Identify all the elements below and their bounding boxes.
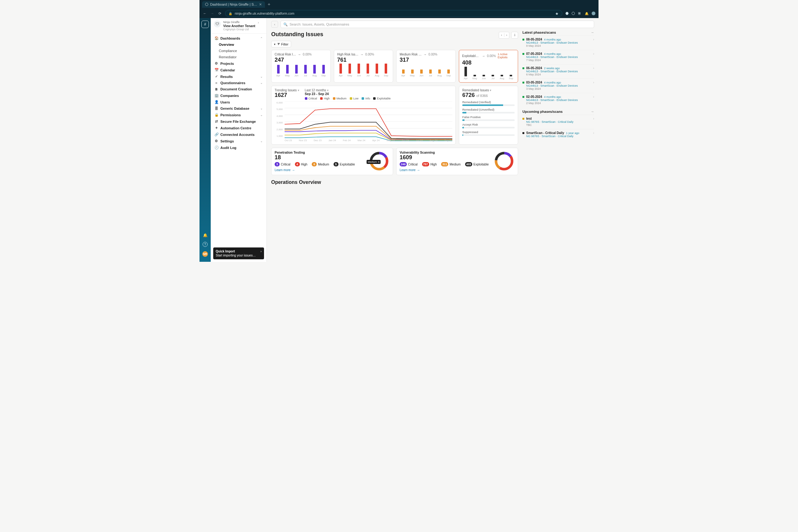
risk-card[interactable]: High Risk Iss… → 0.00% 761 AprMayJunJulA… bbox=[334, 50, 393, 82]
sidebar-item[interactable]: ⇄Secure File Exchange bbox=[211, 118, 267, 125]
vulnscan-value: 1609 bbox=[400, 154, 490, 161]
chevron-right-icon: › bbox=[261, 249, 262, 253]
export-button[interactable]: ⇩ bbox=[511, 32, 518, 39]
phase-ago: 4 months ago bbox=[544, 52, 561, 56]
close-tab-icon[interactable]: ✕ bbox=[259, 2, 262, 6]
sidebar-subitem[interactable]: Remediator bbox=[211, 54, 267, 60]
risk-card[interactable]: Medium Risk … → 0.00% 317 AprMayJunJulAu… bbox=[396, 50, 456, 82]
nav-icon: 👤 bbox=[214, 100, 218, 104]
profile-avatar-icon[interactable] bbox=[592, 12, 595, 15]
sidebar-item[interactable]: ✓Results⌄ bbox=[211, 73, 267, 80]
chevron-down-icon: ⌄ bbox=[260, 113, 263, 117]
nav-reload-icon[interactable]: ⟳ bbox=[217, 12, 222, 16]
phase-item[interactable]: test › NG 9876S · SmartScan · Critical D… bbox=[522, 115, 594, 129]
nav-forward-icon[interactable]: → bbox=[210, 12, 214, 15]
chevron-right-icon[interactable]: › bbox=[593, 52, 594, 56]
vulnerability-scanning-card: Vulnerability Scanning 1609 249Critical7… bbox=[396, 148, 518, 175]
risk-cards-row: Critical Risk I… → 0.00% 247 AprMayJunJu… bbox=[271, 50, 518, 82]
sidebar-item[interactable]: 🕘Audit Log bbox=[211, 144, 267, 151]
status-dot-icon bbox=[522, 96, 524, 98]
arrow-right-icon[interactable]: → bbox=[591, 110, 594, 113]
rail-help-icon[interactable]: ? bbox=[203, 242, 208, 247]
chevron-right-icon[interactable]: › bbox=[593, 117, 594, 120]
sidebar-item[interactable]: 🗎Document Creation bbox=[211, 86, 267, 92]
tenant-switcher[interactable]: 🛡 Ninja Giraffe View Another Tenant Cogn… bbox=[211, 18, 267, 34]
chevron-right-icon[interactable]: › bbox=[593, 131, 594, 135]
learn-more-link[interactable]: Learn more → bbox=[400, 168, 420, 172]
phase-item[interactable]: 06-05-2024 2 weeks ago › NG44k13 · Smart… bbox=[522, 64, 594, 78]
shield-icon[interactable] bbox=[578, 12, 582, 15]
sidebar-item[interactable]: ≡Questionnaires⌄ bbox=[211, 80, 267, 86]
remediated-stat: Suppressed bbox=[462, 130, 515, 134]
url-bar[interactable]: 🔒 ninja-giraffe.uk.vulnerability-platfor… bbox=[225, 10, 562, 17]
sidebar-item[interactable]: ⚙Projects bbox=[211, 60, 267, 67]
sidebar-subitem[interactable]: Overview bbox=[211, 41, 267, 48]
extension-icon[interactable] bbox=[572, 12, 575, 15]
bookmark-star-icon[interactable] bbox=[555, 12, 559, 15]
severity-item: 6Medium bbox=[312, 162, 329, 167]
phase-date: 02-05-2024 bbox=[526, 95, 542, 98]
chevron-right-icon[interactable]: › bbox=[593, 66, 594, 70]
trending-range-selector[interactable]: Last 12 months ▾ bbox=[305, 89, 391, 92]
risk-title: Exploitable Is… bbox=[462, 54, 480, 58]
risk-value: 408 bbox=[462, 59, 515, 66]
rail-notifications-icon[interactable] bbox=[203, 233, 208, 238]
legend-item: Medium bbox=[333, 97, 347, 100]
chevron-right-icon[interactable]: › bbox=[593, 38, 594, 41]
chevron-right-icon[interactable]: › bbox=[593, 81, 594, 84]
extension-icon[interactable] bbox=[566, 12, 569, 15]
chevron-right-icon[interactable]: › bbox=[593, 95, 594, 98]
back-button[interactable]: ‹ bbox=[271, 21, 278, 28]
sidebar-item[interactable]: 🔒Permissions⌄ bbox=[211, 112, 267, 118]
risk-delta: 0.00% bbox=[487, 54, 496, 58]
nav-icon: 🗄 bbox=[214, 107, 218, 110]
arrow-right-icon: → bbox=[298, 53, 301, 56]
arrow-right-icon: → bbox=[417, 168, 420, 172]
notifications-icon[interactable] bbox=[585, 12, 589, 15]
phase-date: SmartScan - Critical Daily bbox=[526, 131, 564, 135]
pentest-severities: 3Critical4High6Medium5Exploitable bbox=[274, 162, 365, 167]
phase-item[interactable]: SmartScan - Critical Daily 1 year ago › … bbox=[522, 129, 594, 140]
risk-card[interactable]: Critical Risk I… → 0.00% 247 AprMayJunJu… bbox=[271, 50, 331, 82]
app-logo-icon[interactable]: # bbox=[202, 21, 209, 28]
chevron-down-icon: ⌃ bbox=[260, 37, 263, 40]
phase-item[interactable]: 07-05-2024 4 months ago › NG44k13 · Smar… bbox=[522, 50, 594, 64]
risk-card[interactable]: Exploitable Is… → 0.00%1 Active Exploits… bbox=[459, 50, 518, 82]
phase-item[interactable]: 03-05-2024 4 months ago › NG44k13 · Smar… bbox=[522, 78, 594, 93]
quick-import-banner[interactable]: › Quick Import Start importing your issu… bbox=[213, 247, 264, 259]
sidebar-item[interactable]: ⚙Settings⌄ bbox=[211, 138, 267, 144]
sidebar-subitem[interactable]: Compliance bbox=[211, 48, 267, 54]
sidebar-item[interactable]: 👤Users bbox=[211, 99, 267, 105]
right-column: Latest phases/scans→ 08-05-2024 4 months… bbox=[522, 31, 594, 185]
sidebar-item[interactable]: 🏠Dashboards⌃ bbox=[211, 35, 267, 41]
severity-item: 757High bbox=[422, 162, 437, 167]
phase-detail: NG44k13 · SmartScan · Endsuer Devices bbox=[522, 56, 594, 59]
filter-button[interactable]: Filter bbox=[271, 41, 291, 48]
arrow-right-icon[interactable]: → bbox=[591, 31, 594, 34]
phase-date: test bbox=[526, 117, 532, 120]
phase-subtext: TBC bbox=[522, 124, 594, 127]
nav-label: Settings bbox=[221, 139, 234, 143]
pentest-title: Penetration Testing bbox=[274, 151, 365, 154]
phase-subtext: 8 May 2024 bbox=[522, 44, 594, 48]
phase-item[interactable]: 08-05-2024 4 months ago › NG44k13 · Smar… bbox=[522, 36, 594, 50]
lock-icon: 🔒 bbox=[228, 12, 232, 15]
sidebar-item[interactable]: ✦Automation Centre bbox=[211, 125, 267, 131]
phase-ago: 4 months ago bbox=[544, 38, 561, 41]
sidebar-item[interactable]: 🗄Generic Database⌄ bbox=[211, 105, 267, 112]
sidebar-item[interactable]: 🔗Connected Accounts bbox=[211, 131, 267, 138]
app-rail: # ? NR bbox=[200, 18, 211, 262]
phase-item[interactable]: 02-05-2024 4 months ago › NG44k13 · Smar… bbox=[522, 93, 594, 107]
sidebar-item[interactable]: 🏢Companies bbox=[211, 92, 267, 99]
arrow-right-icon: → bbox=[292, 168, 295, 172]
global-search[interactable]: 🔍 Search: Issues, Assets, Questionnaires bbox=[281, 21, 594, 28]
pagination-control[interactable]: ‹› bbox=[499, 32, 509, 39]
sidebar-item[interactable]: 📅Calendar bbox=[211, 67, 267, 73]
tenant-action: View Another Tenant bbox=[223, 24, 255, 28]
learn-more-link[interactable]: Learn more → bbox=[274, 168, 295, 172]
nav-back-icon[interactable]: ← bbox=[203, 12, 207, 15]
browser-tab[interactable]: Dashboard | Ninja Giraffe | S… ✕ bbox=[202, 1, 265, 8]
rail-avatar[interactable]: NR bbox=[202, 251, 208, 257]
new-tab-button[interactable]: ＋ bbox=[267, 2, 271, 7]
phase-subtext: 2 May 2024 bbox=[522, 101, 594, 105]
